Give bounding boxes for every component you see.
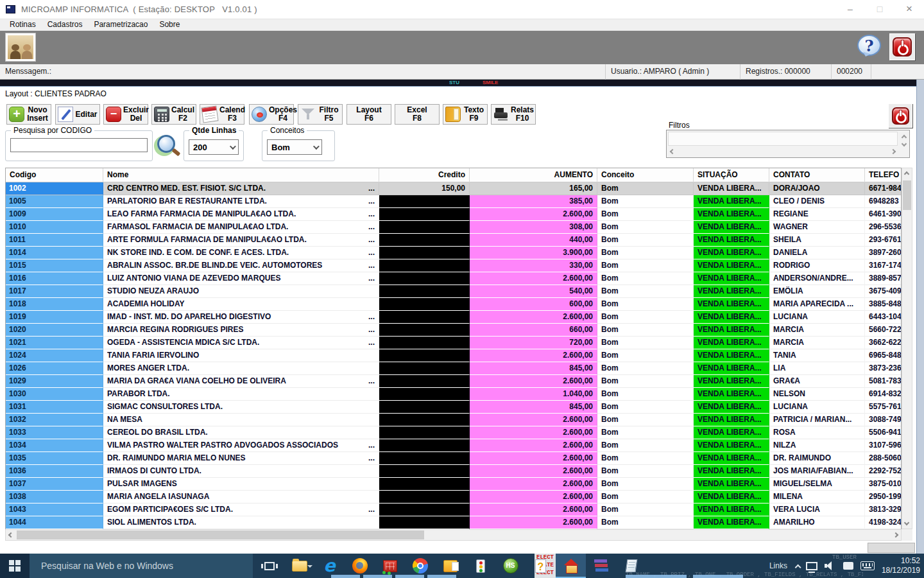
column-header-contato[interactable]: CONTATO: [769, 168, 865, 182]
table-row[interactable]: 1019IMAD - INST. MD. DO APARELHO DIGESTI…: [6, 311, 901, 324]
keyboard-icon[interactable]: [860, 561, 875, 570]
filtros-listbox[interactable]: [666, 130, 910, 158]
table-row[interactable]: 1005PARLATORIO BAR E RESTAURANTE LTDA...…: [6, 195, 901, 208]
notepad-icon[interactable]: [616, 554, 646, 578]
toolbar-button-relats[interactable]: RelatsF10: [491, 104, 536, 125]
table-row[interactable]: 1036IRMAOS DI CUNTO LTDA.2.600,00BomVEND…: [6, 465, 901, 478]
close-button[interactable]: [894, 0, 924, 19]
edge-icon[interactable]: [314, 554, 345, 578]
table-row[interactable]: 1017STUDIO NEUZA ARAUJO540,00BomVENDA LI…: [6, 285, 901, 298]
menu-item-rotinas[interactable]: Rotinas: [4, 19, 42, 30]
outlook-icon[interactable]: [435, 554, 465, 578]
table-row[interactable]: 1020MARCIA REGINA RODRIGUES PIRES...660,…: [6, 324, 901, 337]
table-row[interactable]: 1034VILMA PASTRO WALTER PASTRO ADVOGADOS…: [6, 439, 901, 452]
toolbar-button-texto[interactable]: TextoF9: [443, 104, 488, 125]
table-row[interactable]: 1030PARABOR LTDA.1.040,00BomVENDA LIBERA…: [6, 388, 901, 401]
cell-telefone: 3873-236: [865, 362, 901, 375]
firefox-icon[interactable]: [345, 554, 375, 578]
table-row[interactable]: 1035DR. RAIMUNDO MARIA MELO NUNES...2.60…: [6, 452, 901, 465]
horizontal-scrollbar[interactable]: [5, 529, 902, 541]
chrome-icon[interactable]: [405, 554, 435, 578]
toolbar-button-calcul[interactable]: CalculF2: [151, 104, 196, 125]
scroll-up-icon[interactable]: [902, 135, 907, 140]
table-row[interactable]: 1026MORES ANGER LTDA.845,00BomVENDA LIBE…: [6, 362, 901, 375]
start-button[interactable]: [0, 554, 30, 578]
table-row[interactable]: 1033CEREOL DO BRASIL LTDA.2.600,00BomVEN…: [6, 426, 901, 439]
table-row[interactable]: 1011ARTE FORMULA FARMACIA DE MANIPULA€AO…: [6, 234, 901, 247]
column-header-situação[interactable]: SITUAÇÃO: [694, 168, 769, 182]
table-row[interactable]: 1024TANIA FARIA IERVOLINO2.600,00BomVEND…: [6, 349, 901, 362]
table-row[interactable]: 1009LEAO FARMA FARMACIA DE MANIPULA€AO L…: [6, 208, 901, 221]
search-input[interactable]: [10, 138, 148, 152]
task-view-icon[interactable]: [254, 554, 284, 578]
table-row[interactable]: 1014NK STORE IND. E COM. DE CONF. E ACES…: [6, 247, 901, 259]
winrar-icon[interactable]: [586, 554, 616, 578]
cell-aumento: 540,00: [470, 285, 597, 298]
close-grid-button[interactable]: [888, 103, 912, 128]
paint-icon[interactable]: [375, 554, 405, 578]
column-header-codigo[interactable]: Codigo: [6, 168, 103, 182]
column-header-aumento[interactable]: AUMENTO: [470, 168, 597, 182]
minimize-button[interactable]: [835, 0, 865, 19]
column-header-conceito[interactable]: Conceito: [597, 168, 694, 182]
help-doc-icon[interactable]: [526, 554, 556, 578]
table-row[interactable]: 1002CRD CENTRO MED. EST. FISIOT. S/C LTD…: [6, 182, 901, 195]
maximize-button[interactable]: [865, 0, 894, 19]
vertical-scrollbar[interactable]: [902, 168, 912, 529]
links-toolbar[interactable]: Links: [769, 561, 787, 570]
table-row[interactable]: 1029MARIA DA GRA€A VIANA COELHO DE OLIVE…: [6, 375, 901, 388]
button-toolbar: NovoInsertEditarExcluirDelCalculF2Calend…: [0, 104, 916, 126]
toolbar-button-filtro[interactable]: FiltroF5: [298, 104, 343, 125]
taskbar-search[interactable]: Pesquisar na Web e no Windows: [30, 554, 253, 578]
traffic-light-icon[interactable]: [465, 554, 495, 578]
table-row[interactable]: 1015ABRALIN ASSOC. BR.DE BLIND.DE VEIC. …: [6, 259, 901, 272]
toolbar-button-calend[interactable]: CalendF3: [200, 104, 244, 125]
scroll-right-icon[interactable]: [893, 532, 898, 538]
scroll-up-icon[interactable]: [904, 171, 909, 177]
help-button[interactable]: [857, 35, 881, 56]
file-explorer-icon[interactable]: [284, 554, 314, 578]
table-row[interactable]: 1032NA MESA2.600,00BomVENDA LIBERA...PAT…: [6, 414, 901, 426]
hs-icon[interactable]: [495, 554, 526, 578]
column-header-credito[interactable]: Credito: [379, 168, 470, 182]
toolbar-button-editar[interactable]: Editar: [55, 104, 100, 125]
scrollbar-thumb[interactable]: [17, 530, 424, 539]
toolbar-button-excel[interactable]: ExcelF8: [395, 104, 440, 125]
menu-item-parametrizacao[interactable]: Parametrizacao: [88, 19, 153, 30]
scroll-right-icon[interactable]: [891, 149, 896, 154]
scrollbar-thumb[interactable]: [903, 180, 911, 210]
microamp-icon[interactable]: [556, 554, 586, 578]
clients-photo-icon[interactable]: [5, 33, 36, 62]
memo-ellipsis: ...: [368, 324, 375, 336]
taskbar-clock[interactable]: 10:52 18/12/2019: [882, 556, 923, 575]
scroll-left-icon[interactable]: [8, 532, 13, 538]
table-row[interactable]: 1018ACADEMIA HOLIDAY600,00BomVENDA LIBER…: [6, 298, 901, 311]
exit-button-frame[interactable]: [889, 33, 915, 60]
table-row[interactable]: 1021OGEDA - ASSISTENCIA MDICA S/C LTDA..…: [6, 337, 901, 349]
chevron-up-icon[interactable]: [795, 564, 801, 570]
table-row[interactable]: 1016LUIZ ANTONIO VIANA DE AZEVEDO MARQUE…: [6, 272, 901, 285]
table-row[interactable]: 1037PULSAR IMAGENS2.600,00BomVENDA LIBER…: [6, 478, 901, 491]
scroll-left-icon[interactable]: [670, 149, 675, 154]
table-row[interactable]: 1038MARIA ANGELA IASUNAGA2.600,00BomVEND…: [6, 491, 901, 504]
network-icon[interactable]: [806, 562, 817, 570]
column-header-telefo[interactable]: TELEFO: [865, 168, 902, 182]
toolbar-button-layout[interactable]: LayoutF6: [346, 104, 391, 125]
toolbar-button-opções[interactable]: OpçõesF4: [249, 104, 294, 125]
table-row[interactable]: 1043EGOM PARTICIPA€OES S/C LTDA....2.600…: [6, 504, 901, 516]
volume-icon[interactable]: [825, 561, 836, 571]
notifications-icon[interactable]: [843, 562, 853, 570]
column-header-nome[interactable]: Nome: [103, 168, 379, 182]
qtde-linhas-select[interactable]: 200: [189, 139, 239, 155]
toolbar-button-novo[interactable]: NovoInsert: [6, 104, 51, 125]
search-icon[interactable]: [155, 134, 180, 159]
toolbar-button-excluir[interactable]: ExcluirDel: [103, 104, 148, 125]
menu-item-sobre[interactable]: Sobre: [153, 19, 185, 30]
menu-item-cadastros[interactable]: Cadastros: [42, 19, 89, 30]
table-row[interactable]: 1010FARMASOL FARMACIA DE MANIPULA€AO LTD…: [6, 221, 901, 234]
scroll-down-icon[interactable]: [904, 520, 909, 525]
scroll-down-icon[interactable]: [902, 141, 907, 146]
table-row[interactable]: 1044SIOL ALIMENTOS LTDA.2.600,00BomVENDA…: [6, 516, 901, 529]
conceitos-select[interactable]: Bom: [267, 139, 322, 155]
table-row[interactable]: 1031SIGMAC CONSULTORES LTDA.845,00BomVEN…: [6, 401, 901, 414]
